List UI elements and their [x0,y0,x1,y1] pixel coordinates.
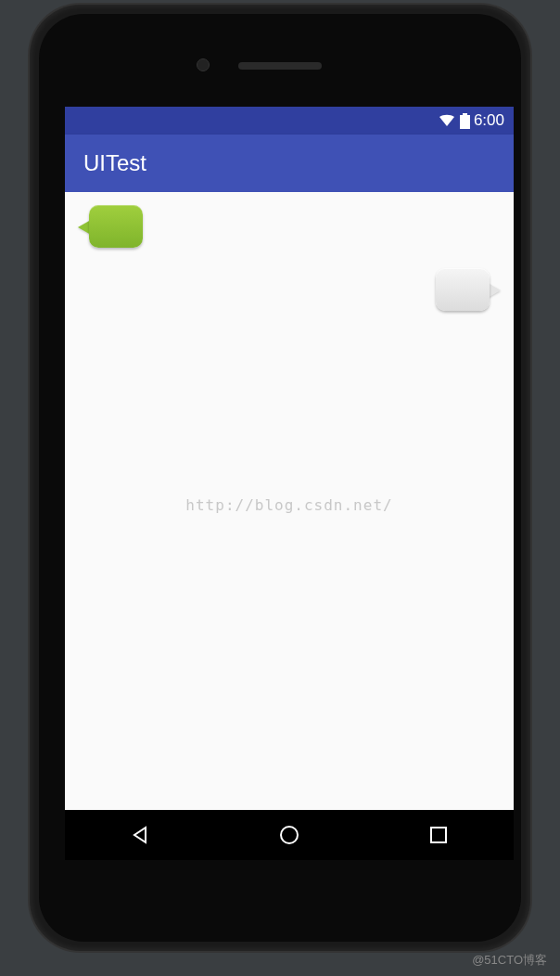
svg-point-2 [281,827,298,843]
bubble-body [436,268,490,311]
status-time: 6:00 [474,111,504,130]
battery-icon [460,113,470,129]
svg-rect-1 [463,113,467,115]
chat-bubble-right[interactable] [436,268,501,316]
watermark-text: http://blog.csdn.net/ [185,496,392,514]
bubble-body [89,205,143,248]
wifi-icon [438,113,456,128]
triangle-back-icon [130,825,150,845]
phone-screen: 6:00 UITest http://blog.csdn.net/ [65,107,514,860]
back-button[interactable] [103,816,177,854]
circle-home-icon [279,825,299,845]
page-watermark: @51CTO博客 [472,952,547,969]
svg-rect-0 [460,115,470,129]
phone-camera [197,58,210,71]
home-button[interactable] [252,816,326,854]
app-bar: UITest [65,135,514,192]
content-area[interactable]: http://blog.csdn.net/ [65,192,514,810]
chat-bubble-left[interactable] [78,205,143,253]
phone-bezel: 6:00 UITest http://blog.csdn.net/ [39,14,521,942]
bubble-tail-icon [488,283,501,298]
square-recent-icon [429,826,448,844]
svg-rect-3 [431,828,446,842]
recent-apps-button[interactable] [401,816,476,854]
phone-speaker [238,62,322,70]
navigation-bar [65,810,514,860]
status-bar: 6:00 [65,107,514,135]
phone-frame: 6:00 UITest http://blog.csdn.net/ [30,5,530,951]
app-title: UITest [83,150,146,176]
